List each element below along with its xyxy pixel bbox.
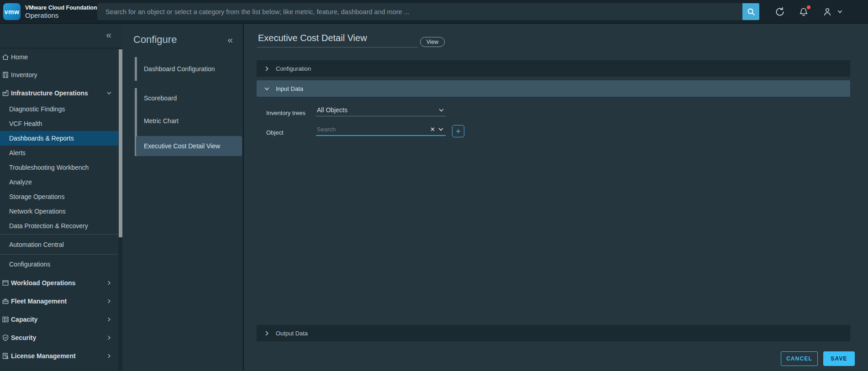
sidebar-item-label: Inventory: [11, 71, 37, 78]
chevron-down-icon[interactable]: [438, 126, 444, 132]
sidebar-item-label: Home: [11, 53, 28, 61]
configure-group: Dashboard Configuration: [135, 57, 242, 81]
configure-item-executive-cost-detail-view[interactable]: Executive Cost Detail View: [136, 136, 242, 156]
sidebar-item-alerts[interactable]: Alerts: [0, 146, 118, 160]
chevron-right-icon: [106, 280, 112, 286]
accordion-label: Configuration: [276, 65, 311, 72]
sidebar-scrollbar-track: [118, 48, 122, 371]
configure-panel: Configure « Dashboard Configuration Scor…: [122, 24, 244, 371]
sidebar-item-dashboards-reports[interactable]: Dashboards & Reports: [0, 131, 118, 146]
capacity-icon: [2, 316, 10, 323]
sidebar-item-label: Troubleshooting Workbench: [9, 164, 89, 171]
inventory-trees-label: Inventory trees: [266, 110, 305, 116]
main-content: View Configuration Input Data Inventory …: [244, 24, 868, 371]
vmware-logo: vmw: [3, 3, 21, 20]
sidebar-item-workload-operations[interactable]: Workload Operations: [0, 274, 118, 292]
sidebar-item-home[interactable]: Home: [0, 48, 118, 66]
configure-item-label: Metric Chart: [144, 117, 179, 125]
sidebar-item-label: Analyze: [9, 178, 32, 186]
accordion-label: Output Data: [276, 330, 308, 337]
brand-subtitle: Operations: [25, 11, 97, 19]
object-search-input[interactable]: [316, 124, 427, 135]
notifications-bell-icon[interactable]: [798, 6, 809, 17]
sidebar-item-infrastructure-operations[interactable]: Infrastructure Operations: [0, 84, 118, 102]
sidebar-nav: Home Inventory Infrastructure Operations…: [0, 48, 118, 365]
accordion-input-data[interactable]: Input Data: [257, 80, 850, 97]
inventory-trees-selected-value: All Objects: [316, 106, 438, 114]
security-shield-icon: [2, 334, 10, 341]
inventory-trees-select[interactable]: All Objects: [316, 104, 446, 116]
chevron-down-icon: [438, 107, 444, 113]
sidebar-scrollbar-thumb[interactable]: [119, 49, 122, 237]
sidebar-item-label: License Management: [11, 352, 76, 360]
cancel-button[interactable]: CANCEL: [781, 351, 818, 366]
app-header: vmw VMware Cloud Foundation Operations: [0, 0, 868, 24]
configure-item-scoreboard[interactable]: Scoreboard: [137, 88, 242, 108]
sidebar-item-label: Capacity: [11, 316, 37, 323]
sidebar-item-automation-central[interactable]: Automation Central: [0, 235, 118, 254]
sidebar-item-analyze[interactable]: Analyze: [0, 175, 118, 189]
sidebar-item-label: Diagnostic Findings: [9, 105, 65, 113]
sidebar-item-label: Fleet Management: [11, 298, 67, 305]
view-type-badge[interactable]: View: [420, 37, 445, 47]
chevron-right-icon: [106, 317, 112, 322]
object-combobox: ✕: [316, 124, 446, 136]
header-icons: [774, 6, 843, 17]
sidebar-collapse-icon[interactable]: «: [103, 29, 114, 41]
sidebar-item-label: Security: [11, 334, 36, 341]
refresh-icon[interactable]: [774, 6, 785, 17]
sidebar-item-label: Configurations: [9, 261, 50, 268]
user-menu[interactable]: [822, 6, 843, 17]
workload-operations-icon: [2, 279, 10, 287]
configure-item-dashboard-configuration[interactable]: Dashboard Configuration: [137, 57, 242, 81]
sidebar-item-data-protection-recovery[interactable]: Data Protection & Recovery: [0, 219, 118, 233]
configure-item-label: Dashboard Configuration: [144, 65, 215, 73]
sidebar-item-license-management[interactable]: License Management: [0, 347, 118, 365]
sidebar-item-fleet-management[interactable]: Fleet Management: [0, 292, 118, 310]
view-title-input[interactable]: [257, 32, 418, 47]
accordion-output-data[interactable]: Output Data: [257, 325, 850, 341]
sidebar-item-label: Automation Central: [9, 241, 64, 248]
clear-icon[interactable]: ✕: [427, 126, 438, 132]
brand: vmw VMware Cloud Foundation Operations: [0, 3, 97, 20]
search-button[interactable]: [742, 3, 759, 20]
add-object-button[interactable]: +: [452, 125, 464, 137]
configure-group: Scoreboard Metric Chart Executive Cost D…: [135, 88, 242, 156]
configure-item-label: Executive Cost Detail View: [144, 142, 220, 150]
sidebar-item-label: VCF Health: [9, 120, 42, 127]
brand-text: VMware Cloud Foundation Operations: [25, 5, 97, 19]
sidebar-item-network-operations[interactable]: Network Operations: [0, 204, 118, 219]
sidebar-item-vcf-health[interactable]: VCF Health: [0, 116, 118, 131]
global-search-bar: [97, 3, 759, 20]
sidebar-item-troubleshooting-workbench[interactable]: Troubleshooting Workbench: [0, 160, 118, 175]
configure-item-label: Scoreboard: [144, 94, 177, 102]
inventory-icon: [2, 71, 10, 78]
sidebar-item-inventory[interactable]: Inventory: [0, 66, 118, 84]
chevron-down-icon: [106, 90, 112, 96]
sidebar-item-label: Alerts: [9, 149, 26, 157]
sidebar-item-capacity[interactable]: Capacity: [0, 310, 118, 329]
sidebar-item-configurations[interactable]: Configurations: [0, 255, 118, 274]
chevron-right-icon: [264, 330, 270, 336]
sidebar-item-security[interactable]: Security: [0, 329, 118, 347]
notification-badge-dot: [807, 5, 810, 9]
configure-panel-collapse-icon[interactable]: «: [225, 34, 236, 46]
sidebar-item-label: Dashboards & Reports: [9, 135, 74, 142]
global-search-input[interactable]: [97, 3, 742, 20]
license-management-icon: [2, 352, 10, 360]
sidebar-item-label: Infrastructure Operations: [11, 89, 88, 97]
infrastructure-operations-icon: [2, 89, 10, 97]
chevron-right-icon: [106, 353, 112, 359]
brand-title: VMware Cloud Foundation: [25, 5, 97, 11]
sidebar-item-label: Storage Operations: [9, 193, 64, 200]
sidebar-item-diagnostic-findings[interactable]: Diagnostic Findings: [0, 102, 118, 116]
fleet-management-icon: [2, 298, 10, 305]
chevron-right-icon: [106, 335, 112, 340]
chevron-down-icon: [264, 86, 270, 92]
object-label: Object: [266, 129, 284, 136]
accordion-configuration[interactable]: Configuration: [257, 60, 850, 77]
save-button[interactable]: SAVE: [823, 351, 855, 366]
main-sidebar: « Home Inventory Infrastructure Operatio…: [0, 24, 122, 371]
configure-item-metric-chart[interactable]: Metric Chart: [137, 108, 242, 134]
sidebar-item-storage-operations[interactable]: Storage Operations: [0, 189, 118, 204]
